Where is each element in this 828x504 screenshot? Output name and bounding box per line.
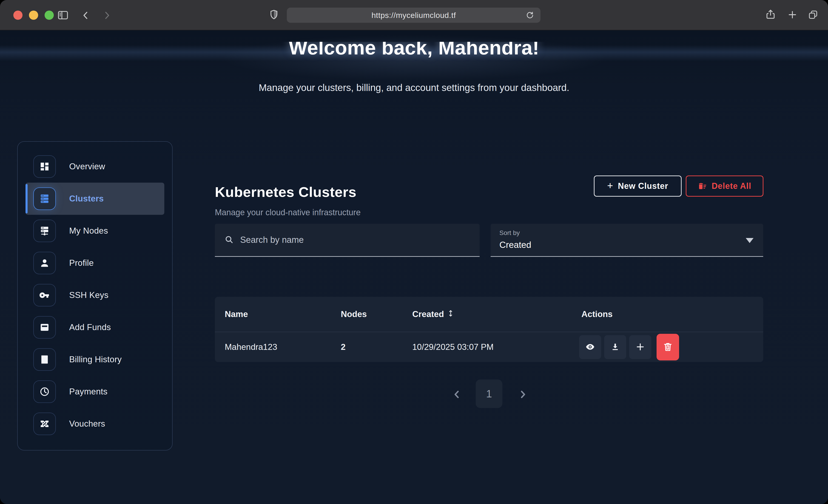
person-icon — [33, 252, 56, 274]
sidebar-item-ssh-keys[interactable]: SSH Keys — [26, 279, 164, 311]
cell-cluster-created: 10/29/2025 03:07 PM — [412, 332, 494, 362]
receipt-icon — [33, 348, 56, 371]
forward-icon[interactable] — [101, 10, 112, 21]
cell-cluster-nodes: 2 — [341, 332, 346, 362]
search-icon — [224, 235, 234, 246]
sort-select[interactable]: Sort by Created — [491, 224, 763, 257]
sidebar-item-label: SSH Keys — [69, 290, 109, 300]
page-subtitle: Manage your clusters, billing, and accou… — [0, 82, 828, 93]
column-header-created[interactable]: Created — [412, 297, 454, 332]
tab-overview-icon[interactable] — [808, 9, 819, 20]
clock-icon — [33, 380, 56, 403]
wallet-icon — [33, 316, 56, 339]
sidebar-item-vouchers[interactable]: Vouchers — [26, 408, 164, 440]
sidebar-item-label: Overview — [69, 162, 105, 171]
sidebar: Overview Clusters — [17, 141, 173, 451]
pagination-prev-button[interactable] — [450, 385, 464, 404]
sidebar-item-label: Profile — [69, 258, 94, 268]
new-tab-icon[interactable] — [787, 9, 798, 20]
browser-window: https://myceliumcloud.tf — [0, 0, 828, 504]
sidebar-item-label: Payments — [69, 387, 108, 396]
page-content: Welcome back, Mahendra! Manage your clus… — [0, 30, 828, 504]
sort-value: Created — [499, 240, 531, 250]
cell-cluster-name: Mahendra123 — [225, 332, 277, 362]
sidebar-item-overview[interactable]: Overview — [26, 151, 164, 183]
delete-all-label: Delete All — [712, 181, 751, 191]
window-minimize-button[interactable] — [29, 10, 38, 20]
trash-icon — [663, 342, 673, 353]
ticket-icon — [33, 413, 56, 435]
sidebar-item-label: Clusters — [69, 194, 104, 204]
section-subtitle: Manage your cloud-native infrastructure — [215, 208, 361, 217]
plus-icon — [635, 342, 645, 352]
sort-by-label: Sort by — [499, 229, 520, 237]
add-node-button[interactable] — [629, 335, 651, 359]
search-field — [215, 224, 480, 257]
page-title: Welcome back, Mahendra! — [289, 42, 539, 58]
chevron-right-icon — [517, 389, 528, 401]
sidebar-item-label: Vouchers — [69, 419, 105, 429]
section-title: Kubernetes Clusters — [215, 184, 357, 200]
servers-icon — [33, 187, 56, 210]
shield-icon[interactable] — [268, 9, 280, 20]
delete-cluster-button[interactable] — [657, 334, 679, 361]
delete-sweep-icon — [698, 181, 707, 191]
url-text: https://myceliumcloud.tf — [371, 11, 456, 20]
pagination-next-button[interactable] — [516, 385, 530, 404]
sidebar-toggle-icon[interactable] — [57, 9, 69, 21]
sidebar-item-my-nodes[interactable]: My Nodes — [26, 215, 164, 247]
new-cluster-button[interactable]: + New Cluster — [594, 175, 681, 197]
key-icon — [33, 284, 56, 306]
caret-down-icon — [746, 238, 753, 243]
delete-all-button[interactable]: Delete All — [686, 175, 763, 197]
address-bar[interactable]: https://myceliumcloud.tf — [287, 8, 540, 23]
sidebar-item-label: My Nodes — [69, 226, 108, 236]
share-icon[interactable] — [765, 9, 776, 20]
hero-title-wrap: Welcome back, Mahendra! — [0, 42, 828, 66]
nodes-icon — [33, 220, 56, 242]
download-icon — [610, 342, 620, 352]
row-actions — [579, 332, 679, 362]
new-cluster-label: New Cluster — [618, 181, 668, 191]
sidebar-item-profile[interactable]: Profile — [26, 247, 164, 279]
column-header-name: Name — [225, 297, 248, 332]
search-input[interactable] — [240, 235, 470, 245]
chevron-left-icon — [451, 389, 462, 401]
column-header-actions: Actions — [581, 297, 613, 332]
window-zoom-button[interactable] — [45, 10, 54, 20]
sidebar-item-label: Billing History — [69, 355, 122, 364]
sidebar-item-billing-history[interactable]: Billing History — [26, 343, 164, 376]
view-cluster-button[interactable] — [579, 335, 601, 359]
refresh-icon[interactable] — [525, 10, 535, 21]
sort-updown-icon — [447, 309, 454, 319]
eye-icon — [585, 342, 595, 352]
window-close-button[interactable] — [13, 10, 23, 20]
sidebar-item-clusters[interactable]: Clusters — [26, 183, 164, 215]
browser-toolbar: https://myceliumcloud.tf — [0, 0, 828, 30]
pagination-page-1[interactable]: 1 — [476, 379, 502, 408]
sidebar-item-label: Add Funds — [69, 323, 111, 332]
plus-icon: + — [607, 180, 613, 192]
column-header-nodes: Nodes — [341, 297, 367, 332]
sidebar-item-add-funds[interactable]: Add Funds — [26, 311, 164, 343]
download-kubeconfig-button[interactable] — [604, 335, 626, 359]
sidebar-item-payments[interactable]: Payments — [26, 376, 164, 408]
back-icon[interactable] — [80, 10, 91, 21]
clusters-table: Name Nodes Created Actions — [215, 297, 763, 362]
dashboard-icon — [33, 155, 56, 178]
screenshot-root: https://myceliumcloud.tf — [0, 0, 828, 504]
